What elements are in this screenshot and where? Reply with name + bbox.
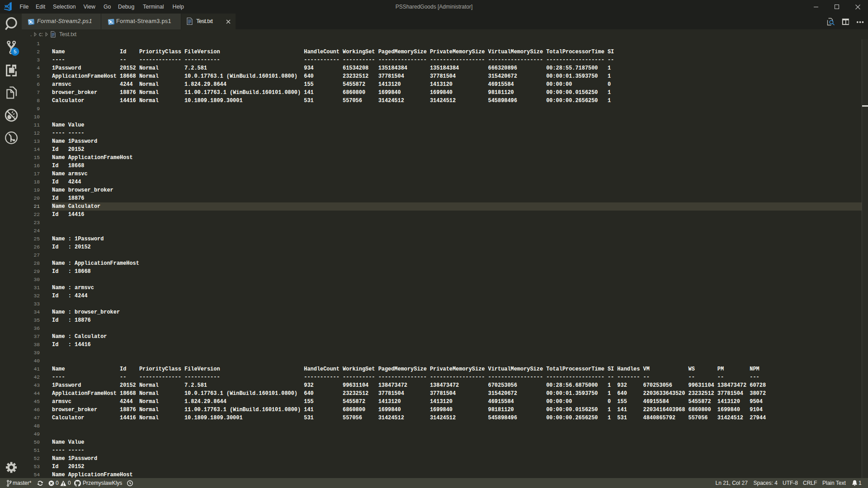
svg-text:5: 5 bbox=[14, 48, 17, 55]
